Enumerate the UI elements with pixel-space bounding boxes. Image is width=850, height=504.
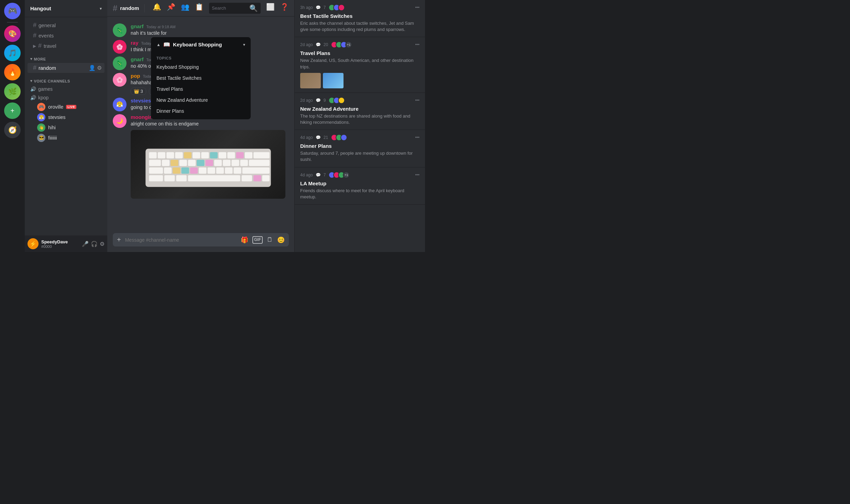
server-divider [7, 22, 18, 23]
attach-button[interactable]: + [117, 236, 121, 244]
voice-section-header[interactable]: ▾ VOICE CHANNELS [25, 73, 107, 85]
add-server-button[interactable]: + [4, 102, 21, 119]
voice-channel-kpop: 🔊 kpop 🎮 oroville LIVE 😤 stevsies 👋 hihi [28, 94, 105, 143]
channel-name-travel: travel [44, 43, 56, 49]
channel-item-events[interactable]: # events [28, 31, 105, 41]
thread-title: New Zealand Adventure [300, 106, 419, 112]
svg-rect-32 [207, 167, 215, 174]
server-icon-1[interactable]: 🎨 [4, 25, 21, 42]
message-author: pop [131, 73, 140, 79]
topic-item-keyboard-shopping[interactable]: Keyboard Shopping [151, 62, 251, 73]
channel-list: # general # events ▶ # travel ▾ MORE # r… [25, 17, 107, 235]
discord-server-icon[interactable]: 🎮 [4, 3, 21, 19]
voice-label: VOICE CHANNELS [34, 79, 70, 83]
thread-title: LA Meetup [300, 180, 419, 186]
voice-channel-name-games: games [38, 86, 53, 92]
thread-more-icon[interactable]: ••• [415, 98, 419, 103]
thread-time: 4d ago [300, 135, 313, 140]
emoji-icon[interactable]: 😊 [277, 236, 285, 244]
server-icon-4[interactable]: 🌿 [4, 83, 21, 100]
svg-rect-5 [184, 152, 191, 158]
gift-icon[interactable]: 🎁 [241, 236, 248, 244]
comment-icon: 💬 [316, 5, 321, 10]
add-member-icon[interactable]: 👤 [89, 65, 96, 71]
reaction-crown-1[interactable]: 👑 3 [131, 88, 146, 95]
inbox-icon[interactable]: 📋 [195, 3, 204, 14]
channel-item-general[interactable]: # general [28, 20, 105, 30]
voice-username-hihi: hihi [48, 125, 56, 130]
voice-channel-games-row[interactable]: 🔊 games [28, 85, 105, 93]
thread-item-travel-plans[interactable]: 2d ago 💬 20 +1 ••• Travel Plans New Zeal… [295, 37, 425, 92]
topic-dropdown: ▲ 📖 Keyboard Shopping ▾ TOPICS Keyboard … [151, 37, 251, 119]
svg-rect-28 [173, 167, 180, 174]
message-text: nah it's tactile for [131, 30, 289, 37]
topic-item-nz-adventure[interactable]: New Zealand Adventure [151, 95, 251, 106]
search-box[interactable]: Search 🔍 [209, 3, 261, 14]
chat-header: # random 🔔 📌 👥 📋 Search 🔍 ⬜ ❓ [107, 0, 294, 17]
thread-item-dinner-plans[interactable]: 4d ago 💬 21 ••• Dinner Plans Saturday, a… [295, 130, 425, 167]
thread-preview: New Zealand, US, South American, and oth… [300, 57, 419, 70]
thread-preview: Friends discuss where to meet for the Ap… [300, 188, 419, 200]
svg-rect-15 [162, 160, 169, 166]
thread-item-la-meetup[interactable]: 4d ago 💬 7 +1 ••• LA Meetup Friends disc… [295, 167, 425, 205]
input-actions: 🎁 GIF 🗒 😊 [241, 236, 285, 244]
thread-time: 2d ago [300, 98, 313, 103]
username: SpeedyDave [41, 239, 79, 244]
sticker-icon[interactable]: 🗒 [267, 236, 273, 244]
thread-more-icon[interactable]: ••• [415, 42, 419, 47]
svg-rect-41 [241, 175, 252, 182]
voice-username-fiiiiiii: fiiiiiii [48, 135, 57, 141]
user-settings-icon[interactable]: ⚙ [100, 241, 105, 247]
topic-bar-header[interactable]: ▲ 📖 Keyboard Shopping ▾ [151, 37, 251, 52]
channel-item-random[interactable]: # random 👤 ⚙ [28, 63, 105, 73]
members-icon[interactable]: 👥 [181, 3, 189, 14]
thread-more-icon[interactable]: ••• [415, 135, 419, 140]
more-section-header[interactable]: ▾ MORE [25, 51, 107, 63]
svg-rect-18 [188, 160, 195, 166]
thread-meta: 2d ago 💬 20 +1 ••• [300, 41, 419, 48]
gif-button[interactable]: GIF [252, 236, 263, 244]
svg-rect-43 [262, 175, 269, 182]
pin-icon[interactable]: 📌 [167, 3, 175, 14]
server-header[interactable]: Hangout ▾ [25, 0, 107, 17]
voice-user-hihi[interactable]: 👋 hihi [28, 122, 105, 133]
voice-user-fiiiiiii[interactable]: 😎 fiiiiiii [28, 133, 105, 143]
topic-item-best-tactile[interactable]: Best Tactile Switches [151, 73, 251, 84]
headphones-icon[interactable]: 🎧 [91, 241, 98, 247]
voice-user-oroville[interactable]: 🎮 oroville LIVE [28, 102, 105, 112]
settings-icon[interactable]: ⚙ [97, 65, 102, 71]
explore-button[interactable]: 🧭 [4, 122, 21, 138]
voice-channel-kpop-row[interactable]: 🔊 kpop [28, 94, 105, 102]
channel-item-travel[interactable]: ▶ # travel [28, 41, 105, 51]
layout-icon[interactable]: ⬜ [266, 3, 275, 14]
thread-item-best-tactile[interactable]: 3h ago 💬 7 ••• Best Tactile Switches Eri… [295, 0, 425, 37]
thread-more-icon[interactable]: ••• [415, 173, 419, 177]
help-icon[interactable]: ❓ [280, 3, 289, 14]
server-chevron-icon: ▾ [100, 6, 102, 11]
server-icon-2[interactable]: 🎵 [4, 45, 21, 61]
bell-icon[interactable]: 🔔 [153, 3, 161, 14]
thread-more-icon[interactable]: ••• [415, 5, 419, 10]
hash-icon: # [33, 32, 36, 39]
voice-user-stevsies[interactable]: 😤 stevsies [28, 112, 105, 122]
avatar-stack [328, 97, 345, 104]
svg-rect-23 [231, 160, 239, 166]
thread-time: 4d ago [300, 173, 313, 177]
collapse-icon: ▶ [33, 44, 36, 48]
topic-item-travel-plans[interactable]: Travel Plans [151, 84, 251, 95]
message-author: stevsies [131, 98, 151, 103]
svg-rect-1 [149, 152, 156, 158]
hash-icon: # [38, 42, 42, 50]
topic-item-dinner-plans[interactable]: Dinner Plans [151, 106, 251, 117]
thread-thumb-2 [323, 73, 344, 88]
server-icon-3[interactable]: 🔥 [4, 64, 21, 80]
voice-username-stevsies: stevsies [48, 114, 66, 120]
channel-sidebar: Hangout ▾ # general # events ▶ # travel … [25, 0, 107, 252]
svg-rect-20 [205, 160, 213, 166]
message-content: moongirl Today at 9:18 AM alright come o… [131, 114, 289, 199]
thread-title: Travel Plans [300, 50, 419, 56]
topics-section: TOPICS Keyboard Shopping Best Tactile Sw… [151, 52, 251, 119]
microphone-icon[interactable]: 🎤 [82, 241, 89, 247]
thread-item-nz-adventure[interactable]: 2d ago 💬 9 ••• New Zealand Adventure The… [295, 93, 425, 130]
message-input[interactable] [125, 237, 237, 243]
